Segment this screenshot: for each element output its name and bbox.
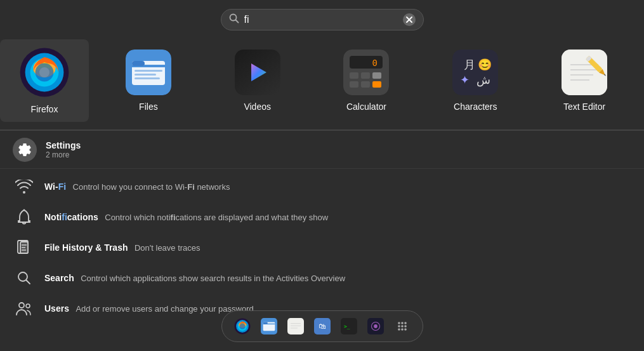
svg-point-50: [26, 304, 30, 308]
svg-text:>_: >_: [344, 324, 350, 329]
search-icon: [229, 13, 239, 26]
app-item-firefox[interactable]: Firefox: [0, 39, 89, 122]
file-history-name: File History & Trash: [44, 242, 128, 253]
search-input[interactable]: [244, 14, 398, 25]
settings-gear-icon: [13, 138, 37, 162]
svg-point-75: [401, 325, 404, 328]
taskbar-terminal[interactable]: >_: [338, 315, 360, 338]
search-result-name: Search: [44, 273, 74, 283]
users-result-name: Users: [44, 303, 69, 314]
svg-rect-26: [372, 81, 381, 88]
svg-rect-16: [132, 61, 145, 66]
svg-text:✦: ✦: [460, 74, 470, 86]
svg-rect-19: [350, 56, 383, 69]
svg-point-71: [398, 322, 400, 324]
svg-text:月: 月: [464, 58, 475, 71]
app-item-files[interactable]: Files: [118, 44, 179, 117]
svg-rect-23: [372, 72, 381, 79]
svg-rect-24: [350, 81, 358, 88]
search-bar: [221, 9, 424, 30]
settings-section[interactable]: Settings 2 more: [0, 131, 644, 169]
search-result-desc: Control which applications show search r…: [81, 274, 345, 283]
result-item-wifi[interactable]: Wi-Fi Control how you connect to Wi-Fi n…: [10, 171, 634, 202]
taskbar-software[interactable]: 🛍: [311, 315, 334, 338]
clear-search-button[interactable]: [403, 13, 416, 26]
svg-text:0: 0: [372, 58, 378, 68]
app-item-videos[interactable]: Videos: [227, 44, 288, 117]
characters-label: Characters: [454, 102, 497, 112]
svg-point-78: [401, 328, 404, 331]
svg-point-73: [404, 322, 407, 324]
svg-line-48: [27, 281, 30, 284]
svg-point-9: [39, 67, 49, 77]
wifi-icon: [14, 176, 34, 197]
svg-point-55: [239, 323, 245, 329]
firefox-icon: [19, 47, 70, 98]
notifications-name: Notifications: [44, 212, 98, 222]
taskbar-app-drawer[interactable]: [391, 315, 414, 338]
notifications-result-text: Notifications Control which notification…: [44, 211, 328, 223]
taskbar-files[interactable]: [258, 315, 280, 338]
svg-text:😊: 😊: [478, 58, 492, 72]
notifications-desc: Control which notifications are displaye…: [105, 213, 328, 222]
settings-more: 2 more: [46, 150, 81, 159]
svg-point-79: [404, 328, 407, 331]
svg-marker-17: [251, 63, 266, 81]
svg-rect-14: [135, 74, 156, 76]
file-history-desc: Don't leave traces: [135, 243, 200, 253]
taskbar-notes[interactable]: [284, 315, 307, 338]
svg-rect-25: [361, 81, 370, 88]
text-editor-label: Text Editor: [563, 102, 605, 112]
svg-rect-60: [287, 318, 304, 334]
search-bar-container: [0, 0, 644, 39]
svg-point-70: [374, 324, 378, 328]
svg-rect-21: [350, 72, 358, 79]
wifi-result-text: Wi-Fi Control how you connect to Wi-Fi n…: [44, 181, 230, 192]
result-item-notifications[interactable]: Notifications Control which notification…: [10, 202, 634, 232]
file-history-icon: [14, 237, 34, 258]
svg-point-77: [398, 328, 400, 331]
app-item-characters[interactable]: 月 😊 ✦ ش Characters: [445, 44, 506, 117]
settings-text-group: Settings 2 more: [46, 140, 81, 159]
svg-text:ش: ش: [476, 74, 490, 87]
app-item-calculator[interactable]: 0 Calculator: [336, 44, 397, 117]
apps-grid: Files Videos: [89, 39, 644, 122]
result-item-search[interactable]: Search Control which applications show s…: [10, 263, 634, 293]
settings-title: Settings: [46, 140, 81, 150]
svg-point-72: [401, 322, 404, 324]
search-settings-icon: [14, 268, 34, 288]
taskbar-photos[interactable]: [364, 315, 387, 338]
app-item-text-editor[interactable]: Text Editor: [554, 44, 615, 117]
files-label: Files: [139, 102, 158, 112]
users-result-text: Users Add or remove users and change you…: [44, 303, 254, 314]
firefox-label: Firefox: [31, 104, 58, 114]
calculator-label: Calculator: [346, 102, 386, 112]
svg-rect-59: [263, 322, 267, 324]
taskbar-firefox[interactable]: [231, 315, 254, 338]
svg-point-74: [398, 325, 400, 328]
result-item-file-history[interactable]: File History & Trash Don't leave traces: [10, 232, 634, 263]
svg-rect-13: [135, 70, 162, 72]
svg-point-41: [23, 209, 25, 211]
results-list: Wi-Fi Control how you connect to Wi-Fi n…: [0, 169, 644, 326]
users-icon: [14, 298, 34, 319]
svg-rect-22: [361, 72, 370, 79]
apps-section: Firefox Files: [0, 39, 644, 130]
svg-rect-27: [452, 50, 498, 95]
wifi-desc: Control how you connect to Wi-Fi network…: [73, 182, 230, 192]
users-result-desc: Add or remove users and change your pass…: [76, 304, 253, 314]
svg-text:🛍: 🛍: [319, 322, 326, 330]
file-history-result-text: File History & Trash Don't leave traces: [44, 242, 200, 253]
svg-point-76: [404, 325, 407, 328]
wifi-name: Wi-Fi: [44, 182, 66, 192]
taskbar: 🛍 >_: [221, 310, 423, 342]
videos-label: Videos: [244, 102, 271, 112]
svg-line-1: [235, 20, 238, 23]
notifications-icon: [14, 207, 34, 227]
svg-rect-15: [135, 77, 160, 79]
svg-point-49: [19, 303, 24, 308]
search-result-text: Search Control which applications show s…: [44, 272, 345, 284]
